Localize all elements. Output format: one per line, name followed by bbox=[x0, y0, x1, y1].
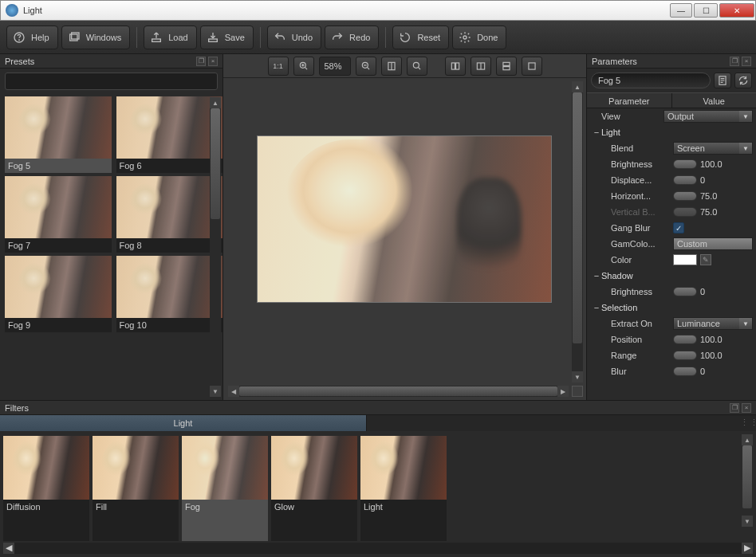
zoom-out-button[interactable] bbox=[356, 57, 376, 76]
preset-name-field[interactable]: Fog 5 bbox=[591, 73, 711, 88]
param-label: View bbox=[601, 112, 663, 121]
minimize-button[interactable]: — bbox=[670, 3, 692, 18]
filter-item[interactable]: Fog bbox=[182, 436, 268, 541]
filter-item[interactable]: Diffusion bbox=[3, 436, 89, 541]
filters-panel: Filters ❐ × Light ⋮⋮⋮ Diffusion Fill Fog… bbox=[0, 400, 756, 557]
grip-icon[interactable]: ⋮⋮⋮ bbox=[740, 418, 753, 429]
preset-item[interactable]: Fog 10 bbox=[116, 256, 223, 332]
window-title: Light bbox=[23, 6, 669, 15]
gangblur-checkbox[interactable]: ✓ bbox=[673, 222, 684, 233]
redo-button[interactable]: Redo bbox=[325, 25, 379, 49]
filters-hscrollbar[interactable]: ◀▶ bbox=[3, 543, 753, 554]
viewer-vscrollbar[interactable]: ▲▼ bbox=[572, 81, 583, 382]
shadow-brightness-slider[interactable] bbox=[673, 287, 697, 296]
filters-title-bar: Filters ❐ × bbox=[0, 401, 756, 415]
param-value: 75.0 bbox=[700, 207, 729, 217]
horizontal-slider[interactable] bbox=[673, 191, 697, 201]
chevron-down-icon: ▼ bbox=[739, 111, 752, 122]
preset-thumb bbox=[116, 96, 223, 159]
save-button[interactable]: Save bbox=[200, 25, 254, 49]
windows-button[interactable]: Windows bbox=[61, 25, 131, 49]
viewer-hscrollbar[interactable]: ◀▶ bbox=[228, 386, 569, 397]
preset-item[interactable]: Fog 9 bbox=[5, 256, 112, 332]
param-value[interactable]: 100.0 bbox=[700, 159, 729, 169]
chevron-down-icon: ▼ bbox=[739, 318, 752, 329]
filter-thumb bbox=[93, 436, 179, 500]
presets-search-input[interactable] bbox=[5, 73, 218, 90]
filter-item[interactable]: Fill bbox=[93, 436, 179, 541]
parameters-close-button[interactable]: × bbox=[742, 57, 751, 66]
undo-icon bbox=[273, 30, 287, 45]
presets-scrollbar[interactable]: ▲▼ bbox=[210, 97, 221, 397]
compare-side-button[interactable] bbox=[445, 57, 466, 76]
preset-item[interactable]: Fog 6 bbox=[116, 96, 223, 173]
displace-slider[interactable] bbox=[673, 175, 697, 185]
compare-stack-button[interactable] bbox=[496, 57, 517, 76]
extract-select[interactable]: Luminance▼ bbox=[673, 317, 753, 330]
svg-point-1 bbox=[19, 40, 20, 41]
filter-item[interactable]: Light bbox=[360, 436, 447, 541]
close-button[interactable]: ✕ bbox=[719, 3, 754, 18]
preset-item[interactable]: Fog 5 bbox=[5, 96, 112, 173]
filter-tab-light[interactable]: Light bbox=[0, 415, 367, 431]
position-slider[interactable] bbox=[673, 335, 697, 344]
blend-select[interactable]: Screen▼ bbox=[673, 142, 753, 155]
viewer-panel: 1:1 58% ▲▼ ◀▶ bbox=[223, 54, 587, 400]
param-value[interactable]: 75.0 bbox=[700, 191, 729, 201]
fit-button[interactable] bbox=[381, 57, 402, 76]
filter-label: Glow bbox=[271, 500, 357, 514]
param-value[interactable]: 100.0 bbox=[700, 335, 729, 344]
presets-undock-button[interactable]: ❐ bbox=[196, 57, 206, 66]
reset-label: Reset bbox=[417, 33, 440, 42]
reset-button[interactable]: Reset bbox=[392, 25, 449, 49]
filters-vscrollbar[interactable]: ▲▼ bbox=[742, 434, 753, 527]
param-value[interactable]: 100.0 bbox=[700, 351, 729, 360]
single-view-button[interactable] bbox=[522, 57, 542, 76]
refresh-button[interactable] bbox=[734, 73, 752, 88]
undo-button[interactable]: Undo bbox=[267, 25, 321, 49]
preset-thumb bbox=[5, 256, 112, 318]
zoom-in-button[interactable] bbox=[293, 57, 314, 76]
filters-undock-button[interactable]: ❐ bbox=[730, 403, 739, 413]
help-button[interactable]: Help bbox=[6, 25, 58, 49]
load-button[interactable]: Load bbox=[144, 25, 196, 49]
notes-button[interactable] bbox=[714, 73, 731, 88]
viewer-resize-grip[interactable] bbox=[572, 386, 583, 397]
collapse-toggle[interactable]: − bbox=[592, 303, 601, 312]
compare-split-button[interactable] bbox=[471, 57, 491, 76]
zoom-percent[interactable]: 58% bbox=[319, 57, 351, 76]
param-label: Horizont... bbox=[611, 191, 673, 201]
done-button[interactable]: Done bbox=[452, 25, 506, 49]
filter-label: Fill bbox=[93, 500, 179, 514]
windows-label: Windows bbox=[86, 33, 122, 42]
filter-item[interactable]: Glow bbox=[271, 436, 357, 541]
collapse-toggle[interactable]: − bbox=[592, 127, 601, 137]
presets-close-button[interactable]: × bbox=[208, 57, 218, 66]
vertical-slider bbox=[673, 207, 697, 217]
param-label: Gang Blur bbox=[611, 223, 673, 233]
brightness-slider[interactable] bbox=[673, 159, 697, 169]
view-select[interactable]: Output▼ bbox=[663, 110, 753, 123]
filter-label: Light bbox=[360, 500, 447, 514]
eyedropper-icon[interactable]: ✎ bbox=[700, 254, 711, 265]
param-value[interactable]: 0 bbox=[700, 287, 729, 296]
parameters-undock-button[interactable]: ❐ bbox=[730, 57, 739, 66]
param-value[interactable]: 0 bbox=[700, 367, 729, 376]
maximize-button[interactable]: ☐ bbox=[694, 3, 718, 18]
collapse-toggle[interactable]: − bbox=[592, 271, 601, 280]
parameters-title: Parameters bbox=[592, 57, 637, 66]
presets-title: Presets bbox=[5, 57, 34, 66]
preset-label: Fog 5 bbox=[5, 159, 112, 173]
svg-rect-4 bbox=[152, 39, 161, 41]
gamcolor-select[interactable]: Custom bbox=[673, 237, 753, 250]
range-slider[interactable] bbox=[673, 351, 697, 360]
filters-close-button[interactable]: × bbox=[742, 403, 751, 413]
blur-slider[interactable] bbox=[673, 367, 697, 376]
viewer-canvas-area[interactable]: ▲▼ ◀▶ bbox=[223, 78, 586, 400]
zoom-1to1-button[interactable]: 1:1 bbox=[268, 57, 289, 76]
zoom-region-button[interactable] bbox=[407, 57, 427, 76]
preset-item[interactable]: Fog 7 bbox=[5, 176, 112, 253]
color-swatch[interactable] bbox=[673, 254, 697, 265]
param-value[interactable]: 0 bbox=[700, 175, 729, 185]
preset-item[interactable]: Fog 8 bbox=[116, 176, 223, 253]
